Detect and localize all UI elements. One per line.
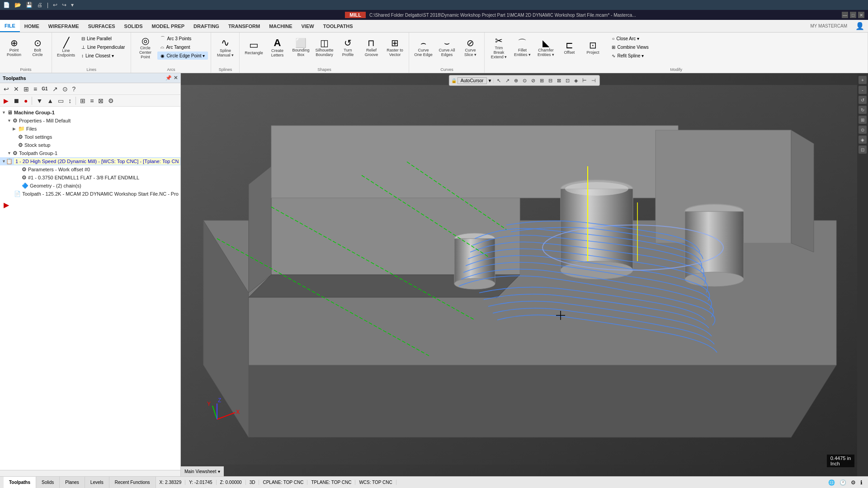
turn-profile-button[interactable]: ↺ TurnProfile: [336, 34, 359, 61]
sb-globe-icon[interactable]: 🌐: [826, 479, 837, 486]
tree-stock-setup[interactable]: ⚙ Stock setup: [0, 141, 180, 149]
spline-manual-button[interactable]: ∿ SplineManual ▾: [214, 34, 236, 61]
rmp-btn-6[interactable]: ⊙: [859, 126, 867, 134]
qat-print[interactable]: 🖨: [36, 1, 44, 9]
menu-drafting[interactable]: DRAFTING: [189, 20, 224, 32]
menu-toolpaths[interactable]: TOOLPATHS: [319, 20, 358, 32]
panel-close-button[interactable]: ✕: [174, 75, 178, 81]
vt-btn-2[interactable]: ↗: [504, 77, 511, 84]
fillet-entities-button[interactable]: ⌒ FilletEntities ▾: [511, 34, 533, 61]
ptb2-settings[interactable]: ⚙: [106, 96, 116, 106]
ptb-circle[interactable]: ⊙: [61, 84, 70, 94]
sb-settings-icon[interactable]: ⚙: [849, 479, 858, 486]
ptb-help[interactable]: ?: [71, 84, 78, 94]
vt-btn-8[interactable]: ⊠: [555, 77, 563, 84]
vt-btn-12[interactable]: ⊣: [590, 77, 598, 84]
qat-save[interactable]: 💾: [24, 1, 34, 9]
ptb2-record[interactable]: ●: [22, 96, 29, 106]
ptb-undo[interactable]: ↩: [2, 84, 11, 94]
curve-one-edge-button[interactable]: ⌢ CurveOne Edge: [412, 34, 434, 61]
ptb2-stop[interactable]: ⏹: [11, 96, 21, 106]
menu-home[interactable]: HOME: [20, 20, 44, 32]
vt-btn-4[interactable]: ⊙: [521, 77, 528, 84]
ptb2-updown[interactable]: ↕: [66, 96, 73, 106]
silhouette-boundary-button[interactable]: ◫ SilhouetteBoundary: [313, 34, 335, 61]
curve-slice-button[interactable]: ⊘ CurveSlice ▾: [459, 34, 481, 61]
close-button[interactable]: ✕: [858, 12, 864, 18]
tree-toolpath[interactable]: 📄 Toolpath - 125.2K - MCAM 2D DYNAMIC Wo…: [0, 190, 180, 198]
rmp-btn-2[interactable]: -: [859, 86, 867, 94]
arc-tangent-button[interactable]: ⌓ Arc Tangent: [157, 43, 208, 51]
qat-new[interactable]: 📄: [2, 1, 11, 9]
viewsheet-dropdown[interactable]: ▾: [218, 469, 220, 474]
create-letters-button[interactable]: A CreateLetters: [266, 34, 288, 61]
tab-solids[interactable]: Solids: [36, 477, 60, 488]
line-endpoints-button[interactable]: ╱ LineEndpoints: [55, 34, 77, 61]
arc-3-points-button[interactable]: ⌒ Arc 3 Points: [157, 34, 208, 42]
vt-btn-9[interactable]: ⊡: [564, 77, 571, 84]
tree-tool-settings[interactable]: ⚙ Tool settings: [0, 133, 180, 141]
tree-machine-group[interactable]: ▼ 🖥 Machine Group-1: [0, 108, 180, 117]
rmp-btn-5[interactable]: ⊞: [859, 116, 867, 124]
menu-wireframe[interactable]: WIREFRAME: [44, 20, 84, 32]
tree-properties[interactable]: ▼ ⚙ Properties - Mill Default: [0, 117, 180, 125]
tree-parameters[interactable]: ⚙ Parameters - Work offset #0: [0, 165, 180, 174]
project-button[interactable]: ⊡ Project: [581, 34, 604, 61]
offset-button[interactable]: ⊏ Offset: [558, 34, 580, 61]
panel-pin-button[interactable]: 📌: [165, 75, 172, 81]
circle-center-point-button[interactable]: ◎ CircleCenter Point: [134, 34, 156, 61]
line-closest-button[interactable]: ↕ Line Closest ▾: [78, 52, 128, 60]
raster-to-vector-button[interactable]: ⊞ Raster toVector: [383, 34, 406, 61]
vt-btn-7[interactable]: ⊟: [547, 77, 554, 84]
qat-undo[interactable]: ↩: [52, 1, 59, 9]
vt-dropdown[interactable]: ▼: [487, 78, 492, 83]
mastercam-icon[interactable]: 👤: [852, 20, 868, 32]
minimize-button[interactable]: —: [842, 12, 848, 18]
ptb2-up[interactable]: ▲: [45, 96, 55, 106]
tab-levels[interactable]: Levels: [85, 477, 109, 488]
ptb-arrow-up-right[interactable]: ↗: [51, 84, 60, 94]
qat-more[interactable]: ▾: [70, 1, 75, 9]
menu-surfaces[interactable]: SURFACES: [84, 20, 120, 32]
vt-btn-3[interactable]: ⊕: [512, 77, 520, 84]
ptb2-x[interactable]: ⊠: [96, 96, 105, 106]
ptb-delete[interactable]: ✕: [12, 84, 21, 94]
ptb2-rect[interactable]: ▭: [56, 96, 66, 106]
tree-files[interactable]: ▶ 📁 Files: [0, 125, 180, 133]
sb-clock-icon[interactable]: 🕐: [838, 479, 848, 486]
tree-2d-high-speed[interactable]: ▼ 📋 1 - 2D High Speed (2D Dynamic Mill) …: [0, 157, 180, 165]
vt-autocursor[interactable]: AutoCursor: [458, 77, 487, 84]
tree-area[interactable]: ▼ 🖥 Machine Group-1 ▼ ⚙ Properties - Mil…: [0, 107, 180, 470]
menu-solids[interactable]: SOLIDS: [120, 20, 147, 32]
vt-btn-11[interactable]: ⊢: [580, 77, 589, 84]
tab-planes[interactable]: Planes: [60, 477, 85, 488]
rmp-btn-4[interactable]: ↻: [859, 106, 867, 114]
sb-info-icon[interactable]: ℹ: [859, 479, 864, 486]
vt-btn-5[interactable]: ⊘: [529, 77, 537, 84]
rmp-btn-7[interactable]: ◈: [859, 136, 867, 144]
close-arc-button[interactable]: ○ Close Arc ▾: [609, 34, 651, 42]
ptb2-add2[interactable]: ⊞: [78, 96, 87, 106]
bolt-circle-button[interactable]: ⊙ BoltCircle: [26, 34, 49, 61]
ptb-g1[interactable]: G1: [40, 85, 49, 93]
trim-break-extend-button[interactable]: ✂ Trim BreakExtend ▾: [487, 34, 510, 61]
line-parallel-button[interactable]: ⊟ Line Parallel: [78, 34, 128, 42]
tree-endmill[interactable]: ⚙ #1 - 0.3750 ENDMILL1 FLAT - 3/8 FLAT E…: [0, 174, 180, 182]
vt-lock-icon[interactable]: 🔒: [451, 78, 457, 83]
maximize-button[interactable]: □: [850, 12, 856, 18]
rmp-btn-8[interactable]: ⊡: [859, 145, 867, 154]
play-button[interactable]: ▶: [4, 201, 9, 209]
tab-recent-functions[interactable]: Recent Functions: [109, 477, 156, 488]
ptb-add[interactable]: ⊞: [22, 84, 31, 94]
rmp-btn-1[interactable]: +: [859, 76, 867, 84]
relief-groove-button[interactable]: ⊓ ReliefGroove: [360, 34, 382, 61]
chamfer-entities-button[interactable]: ◣ ChamferEntities ▾: [534, 34, 557, 61]
qat-open[interactable]: 📂: [13, 1, 23, 9]
tree-geometry[interactable]: 🔷 Geometry - (2) chain(s): [0, 182, 180, 190]
ptb2-down[interactable]: ▼: [34, 96, 44, 106]
rectangle-button[interactable]: ▭ Rectangle: [242, 34, 265, 61]
ptb2-menu[interactable]: ≡: [88, 96, 95, 106]
panel-hscroll[interactable]: [0, 470, 180, 476]
vt-btn-10[interactable]: ◈: [572, 77, 580, 84]
line-perpendicular-button[interactable]: ⊥ Line Perpendicular: [78, 43, 128, 51]
